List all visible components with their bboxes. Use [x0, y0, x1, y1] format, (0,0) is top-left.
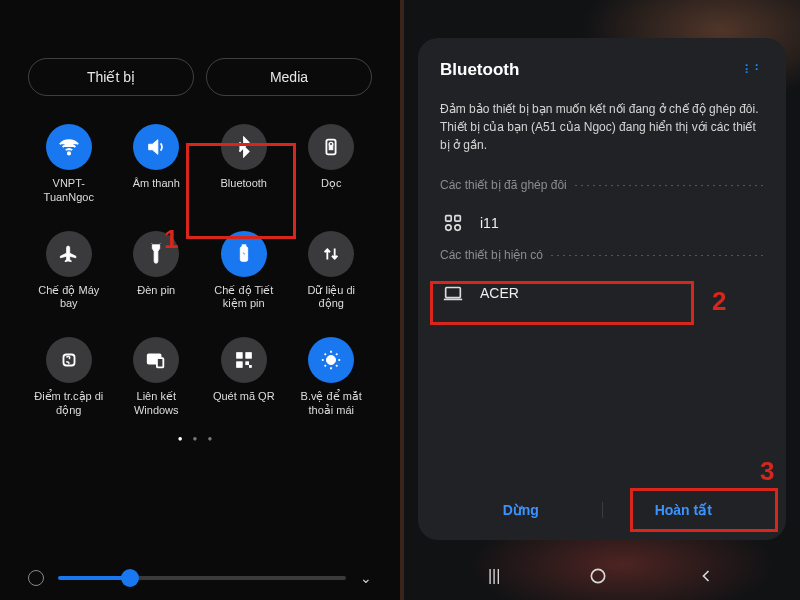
tile-airplane: Chế độ Máy bay [28, 231, 110, 312]
back-button[interactable] [696, 566, 716, 586]
expand-icon[interactable]: ⌄ [360, 570, 372, 586]
sheet-title: Bluetooth [440, 60, 519, 80]
svg-line-19 [336, 365, 337, 366]
tile-hotspot: Điểm tr.cập di động [28, 337, 110, 418]
svg-rect-4 [242, 244, 246, 246]
tile-label: Âm thanh [133, 177, 180, 203]
brightness-icon [28, 570, 44, 586]
section-label-text: Các thiết bị hiện có [440, 248, 543, 262]
laptop-icon [442, 282, 464, 304]
scanning-indicator: ⠇⠃ [744, 63, 764, 77]
bluetooth-icon [233, 136, 255, 158]
hotspot-icon [58, 349, 80, 371]
tile-flashlight: Đèn pin [116, 231, 198, 312]
brightness-slider[interactable] [58, 576, 346, 580]
tile-link-windows: Liên kết Windows [116, 337, 198, 418]
recent-apps-button[interactable]: ||| [488, 567, 500, 585]
tile-label: VNPT-TuanNgoc [32, 177, 106, 205]
tile-rotate: Dọc [291, 124, 373, 205]
page-indicator: ●●● [28, 434, 372, 443]
flashlight-toggle[interactable] [133, 231, 179, 277]
tile-label: B.vệ để mắt thoải mái [294, 390, 368, 418]
svg-line-21 [336, 354, 337, 355]
airplane-toggle[interactable] [46, 231, 92, 277]
device-name: ACER [480, 285, 519, 301]
qr-toggle[interactable] [221, 337, 267, 383]
svg-rect-23 [455, 216, 461, 222]
lock-rotate-icon [320, 136, 342, 158]
tile-label: Dọc [321, 177, 341, 203]
dotted-separator [575, 185, 764, 186]
svg-rect-24 [446, 225, 452, 231]
quick-settings-panel: Thiết bị Media VNPT-TuanNgoc Âm thanh Bl… [0, 0, 400, 600]
section-label-text: Các thiết bị đã ghép đôi [440, 178, 567, 192]
tile-label: Chế độ Tiết kiệm pin [207, 284, 281, 312]
qr-icon [233, 349, 255, 371]
done-button[interactable]: Hoàn tất [603, 502, 765, 518]
section-paired: Các thiết bị đã ghép đôi [440, 178, 764, 192]
bluetooth-panel: Bluetooth ⠇⠃ Đảm bảo thiết bị bạn muốn k… [404, 0, 800, 600]
tile-wifi: VNPT-TuanNgoc [28, 124, 110, 205]
section-available: Các thiết bị hiện có [440, 248, 764, 262]
wifi-toggle[interactable] [46, 124, 92, 170]
tile-label: Điểm tr.cập di động [32, 390, 106, 418]
link-windows-toggle[interactable] [133, 337, 179, 383]
tile-label: Quét mã QR [213, 390, 275, 416]
svg-rect-25 [455, 225, 461, 231]
tile-qr: Quét mã QR [203, 337, 285, 418]
sound-toggle[interactable] [133, 124, 179, 170]
tile-bluetooth: Bluetooth [203, 124, 285, 205]
bluetooth-toggle[interactable] [221, 124, 267, 170]
svg-rect-9 [246, 353, 252, 359]
wifi-icon [58, 136, 80, 158]
tile-label: Dữ liệu di động [294, 284, 368, 312]
tile-label: Bluetooth [221, 177, 267, 203]
svg-rect-8 [236, 353, 242, 359]
tab-media[interactable]: Media [206, 58, 372, 96]
mobile-data-toggle[interactable] [308, 231, 354, 277]
bluetooth-sheet: Bluetooth ⠇⠃ Đảm bảo thiết bị bạn muốn k… [418, 38, 786, 540]
sheet-description: Đảm bảo thiết bị bạn muốn kết nối đang ở… [440, 100, 764, 154]
rotate-toggle[interactable] [308, 124, 354, 170]
svg-rect-12 [249, 366, 251, 368]
svg-rect-2 [329, 145, 333, 150]
svg-rect-22 [446, 216, 452, 222]
flashlight-icon [145, 243, 167, 265]
quick-settings-grid: VNPT-TuanNgoc Âm thanh Bluetooth Dọc Ch [28, 124, 372, 418]
svg-rect-11 [246, 362, 249, 365]
eye-comfort-toggle[interactable] [308, 337, 354, 383]
airplane-icon [58, 243, 80, 265]
paired-device-row[interactable]: i11 [440, 202, 764, 248]
sheet-actions: Dừng Hoàn tất [440, 484, 764, 540]
tab-devices[interactable]: Thiết bị [28, 58, 194, 96]
slider-thumb[interactable] [121, 569, 139, 587]
android-navbar: ||| [404, 552, 800, 600]
tile-mobile-data: Dữ liệu di động [291, 231, 373, 312]
svg-point-28 [592, 569, 605, 582]
tile-label: Đèn pin [137, 284, 175, 310]
home-button[interactable] [588, 566, 608, 586]
tile-sound: Âm thanh [116, 124, 198, 205]
svg-rect-10 [236, 362, 242, 368]
battery-saver-toggle[interactable] [221, 231, 267, 277]
stop-button[interactable]: Dừng [440, 502, 602, 518]
svg-rect-26 [446, 288, 461, 298]
tile-label: Liên kết Windows [119, 390, 193, 418]
tile-eye-comfort: B.vệ để mắt thoải mái [291, 337, 373, 418]
brightness-row: ⌄ [28, 570, 372, 586]
svg-point-13 [327, 355, 336, 364]
battery-saver-icon [233, 243, 255, 265]
eye-comfort-icon [320, 349, 342, 371]
device-name: i11 [480, 215, 499, 231]
hotspot-toggle[interactable] [46, 337, 92, 383]
svg-rect-7 [157, 358, 163, 367]
link-windows-icon [145, 349, 167, 371]
data-icon [320, 243, 342, 265]
svg-point-0 [68, 152, 70, 154]
sound-icon [145, 136, 167, 158]
tile-battery-saver: Chế độ Tiết kiệm pin [203, 231, 285, 312]
svg-line-18 [325, 354, 326, 355]
earbuds-icon [442, 212, 464, 234]
tile-label: Chế độ Máy bay [32, 284, 106, 312]
available-device-row[interactable]: ACER [440, 272, 764, 318]
